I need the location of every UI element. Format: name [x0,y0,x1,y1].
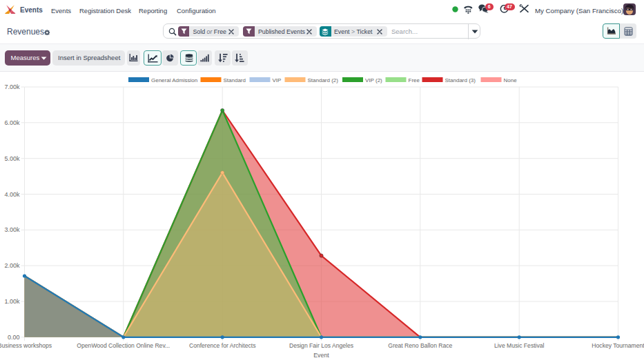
svg-text:Hockey Tournament: Hockey Tournament [592,342,644,349]
svg-text:General Admission: General Admission [151,77,197,83]
svg-text:3.00k: 3.00k [4,226,20,233]
svg-text:OpenWood Collection Online Rev: OpenWood Collection Online Rev... [77,342,170,349]
svg-text:Design Fair Los Angeles: Design Fair Los Angeles [289,342,353,349]
svg-text:Standard (3): Standard (3) [445,77,476,83]
svg-text:2.00k: 2.00k [4,262,20,269]
svg-text:Live Music Festival: Live Music Festival [494,342,545,349]
svg-text:Great Reno Ballon Race: Great Reno Ballon Race [388,342,452,349]
svg-text:Conference for Architects: Conference for Architects [189,342,256,349]
svg-text:5.00k: 5.00k [4,155,20,162]
svg-text:Free: Free [409,77,420,83]
svg-text:None: None [504,77,518,83]
svg-text:0.00: 0.00 [8,334,20,341]
svg-text:4.00k: 4.00k [4,191,20,198]
svg-text:Standard: Standard [224,77,246,83]
svg-text:Standard (2): Standard (2) [308,77,339,83]
svg-text:VIP (2): VIP (2) [365,77,382,83]
svg-text:1.00k: 1.00k [4,298,20,305]
svg-text:Event: Event [313,352,329,358]
svg-text:6.00k: 6.00k [4,119,20,126]
svg-text:VIP: VIP [273,77,282,83]
svg-text:7.00k: 7.00k [4,83,20,90]
svg-text:Business workshops: Business workshops [0,342,52,349]
